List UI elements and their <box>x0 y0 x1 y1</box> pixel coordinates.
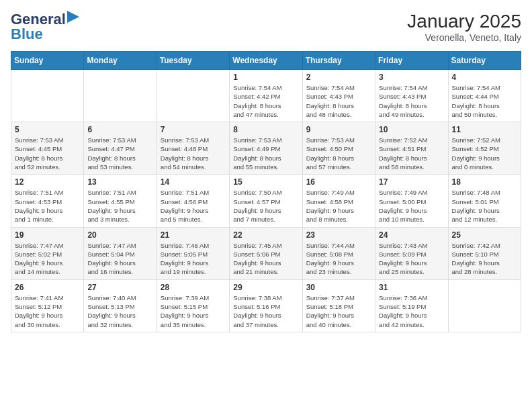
calendar-cell: 31Sunrise: 7:36 AM Sunset: 5:19 PM Dayli… <box>375 279 448 332</box>
calendar-cell: 26Sunrise: 7:41 AM Sunset: 5:12 PM Dayli… <box>11 279 84 332</box>
calendar-cell: 1Sunrise: 7:54 AM Sunset: 4:42 PM Daylig… <box>230 70 302 122</box>
day-info: Sunrise: 7:49 AM Sunset: 4:58 PM Dayligh… <box>306 188 371 224</box>
day-info: Sunrise: 7:54 AM Sunset: 4:43 PM Dayligh… <box>306 83 371 119</box>
calendar-cell: 3Sunrise: 7:54 AM Sunset: 4:43 PM Daylig… <box>375 70 448 122</box>
calendar-cell <box>11 70 84 122</box>
day-info: Sunrise: 7:45 AM Sunset: 5:06 PM Dayligh… <box>233 241 298 277</box>
day-number: 18 <box>452 177 517 187</box>
svg-marker-0 <box>67 11 79 23</box>
weekday-header-row: SundayMondayTuesdayWednesdayThursdayFrid… <box>11 52 521 70</box>
day-number: 28 <box>161 283 226 292</box>
day-info: Sunrise: 7:53 AM Sunset: 4:48 PM Dayligh… <box>161 136 226 171</box>
day-number: 30 <box>306 283 371 292</box>
weekday-header-friday: Friday <box>375 52 448 70</box>
day-number: 27 <box>87 283 152 292</box>
day-info: Sunrise: 7:38 AM Sunset: 5:16 PM Dayligh… <box>233 293 298 329</box>
calendar-week-1: 1Sunrise: 7:54 AM Sunset: 4:42 PM Daylig… <box>11 70 521 122</box>
calendar-cell: 20Sunrise: 7:47 AM Sunset: 5:04 PM Dayli… <box>84 227 157 279</box>
calendar-cell: 21Sunrise: 7:46 AM Sunset: 5:05 PM Dayli… <box>157 227 229 279</box>
calendar-cell: 19Sunrise: 7:47 AM Sunset: 5:02 PM Dayli… <box>11 227 84 279</box>
weekday-header-saturday: Saturday <box>448 52 521 70</box>
day-number: 3 <box>379 73 444 82</box>
calendar-week-5: 26Sunrise: 7:41 AM Sunset: 5:12 PM Dayli… <box>11 279 521 332</box>
day-number: 29 <box>233 283 298 292</box>
day-info: Sunrise: 7:54 AM Sunset: 4:43 PM Dayligh… <box>379 83 444 119</box>
day-number: 7 <box>161 125 226 134</box>
day-info: Sunrise: 7:51 AM Sunset: 4:55 PM Dayligh… <box>87 188 152 224</box>
day-info: Sunrise: 7:52 AM Sunset: 4:52 PM Dayligh… <box>452 136 517 171</box>
calendar-cell: 24Sunrise: 7:43 AM Sunset: 5:09 PM Dayli… <box>375 227 448 279</box>
calendar-cell: 12Sunrise: 7:51 AM Sunset: 4:53 PM Dayli… <box>11 175 84 227</box>
day-number: 11 <box>452 125 517 134</box>
day-info: Sunrise: 7:49 AM Sunset: 5:00 PM Dayligh… <box>379 188 444 224</box>
weekday-header-monday: Monday <box>84 52 157 70</box>
day-info: Sunrise: 7:47 AM Sunset: 5:02 PM Dayligh… <box>15 241 80 277</box>
day-info: Sunrise: 7:44 AM Sunset: 5:08 PM Dayligh… <box>306 241 371 277</box>
day-number: 8 <box>233 125 298 134</box>
calendar-cell: 23Sunrise: 7:44 AM Sunset: 5:08 PM Dayli… <box>302 227 375 279</box>
calendar-cell <box>448 279 521 332</box>
day-number: 23 <box>306 230 371 240</box>
day-number: 6 <box>87 125 152 134</box>
day-info: Sunrise: 7:41 AM Sunset: 5:12 PM Dayligh… <box>15 293 80 329</box>
calendar-table: SundayMondayTuesdayWednesdayThursdayFrid… <box>11 51 521 332</box>
calendar-week-4: 19Sunrise: 7:47 AM Sunset: 5:02 PM Dayli… <box>11 227 521 279</box>
day-info: Sunrise: 7:40 AM Sunset: 5:13 PM Dayligh… <box>87 293 152 329</box>
weekday-header-thursday: Thursday <box>302 52 375 70</box>
day-number: 19 <box>15 230 80 240</box>
title-block: January 2025 Veronella, Veneto, Italy <box>407 11 521 43</box>
weekday-header-wednesday: Wednesday <box>230 52 302 70</box>
page-header: General Blue January 2025 Veronella, Ven… <box>11 11 521 43</box>
calendar-cell: 16Sunrise: 7:49 AM Sunset: 4:58 PM Dayli… <box>302 175 375 227</box>
day-info: Sunrise: 7:53 AM Sunset: 4:45 PM Dayligh… <box>15 136 80 171</box>
day-number: 16 <box>306 177 371 187</box>
calendar-cell: 29Sunrise: 7:38 AM Sunset: 5:16 PM Dayli… <box>230 279 302 332</box>
day-info: Sunrise: 7:36 AM Sunset: 5:19 PM Dayligh… <box>379 293 444 329</box>
calendar-cell: 27Sunrise: 7:40 AM Sunset: 5:13 PM Dayli… <box>84 279 157 332</box>
day-info: Sunrise: 7:43 AM Sunset: 5:09 PM Dayligh… <box>379 241 444 277</box>
day-info: Sunrise: 7:53 AM Sunset: 4:49 PM Dayligh… <box>233 136 298 171</box>
calendar-cell: 17Sunrise: 7:49 AM Sunset: 5:00 PM Dayli… <box>375 175 448 227</box>
day-info: Sunrise: 7:42 AM Sunset: 5:10 PM Dayligh… <box>452 241 517 277</box>
day-number: 14 <box>161 177 226 187</box>
day-info: Sunrise: 7:46 AM Sunset: 5:05 PM Dayligh… <box>161 241 226 277</box>
day-info: Sunrise: 7:54 AM Sunset: 4:42 PM Dayligh… <box>233 83 298 119</box>
day-number: 13 <box>87 177 152 187</box>
day-number: 9 <box>306 125 371 134</box>
day-number: 12 <box>15 177 80 187</box>
weekday-header-sunday: Sunday <box>11 52 84 70</box>
calendar-cell: 15Sunrise: 7:50 AM Sunset: 4:57 PM Dayli… <box>230 175 302 227</box>
calendar-cell: 25Sunrise: 7:42 AM Sunset: 5:10 PM Dayli… <box>448 227 521 279</box>
day-info: Sunrise: 7:48 AM Sunset: 5:01 PM Dayligh… <box>452 188 517 224</box>
calendar-cell: 22Sunrise: 7:45 AM Sunset: 5:06 PM Dayli… <box>230 227 302 279</box>
logo-arrow-icon <box>67 11 79 23</box>
day-info: Sunrise: 7:51 AM Sunset: 4:53 PM Dayligh… <box>15 188 80 224</box>
day-info: Sunrise: 7:51 AM Sunset: 4:56 PM Dayligh… <box>161 188 226 224</box>
calendar-cell: 7Sunrise: 7:53 AM Sunset: 4:48 PM Daylig… <box>157 122 229 175</box>
day-number: 21 <box>161 230 226 240</box>
calendar-week-2: 5Sunrise: 7:53 AM Sunset: 4:45 PM Daylig… <box>11 122 521 175</box>
page-title: January 2025 <box>407 11 521 32</box>
logo-blue: Blue <box>11 26 43 43</box>
calendar-cell: 13Sunrise: 7:51 AM Sunset: 4:55 PM Dayli… <box>84 175 157 227</box>
page-subtitle: Veronella, Veneto, Italy <box>407 32 521 43</box>
day-number: 25 <box>452 230 517 240</box>
day-number: 5 <box>15 125 80 134</box>
day-number: 15 <box>233 177 298 187</box>
day-number: 20 <box>87 230 152 240</box>
day-info: Sunrise: 7:54 AM Sunset: 4:44 PM Dayligh… <box>452 83 517 119</box>
day-number: 31 <box>379 283 444 292</box>
day-number: 10 <box>379 125 444 134</box>
logo: General Blue <box>11 11 79 43</box>
day-number: 4 <box>452 73 517 82</box>
day-info: Sunrise: 7:39 AM Sunset: 5:15 PM Dayligh… <box>161 293 226 329</box>
calendar-cell: 9Sunrise: 7:53 AM Sunset: 4:50 PM Daylig… <box>302 122 375 175</box>
calendar-week-3: 12Sunrise: 7:51 AM Sunset: 4:53 PM Dayli… <box>11 175 521 227</box>
day-number: 24 <box>379 230 444 240</box>
calendar-cell: 18Sunrise: 7:48 AM Sunset: 5:01 PM Dayli… <box>448 175 521 227</box>
day-info: Sunrise: 7:53 AM Sunset: 4:50 PM Dayligh… <box>306 136 371 171</box>
day-info: Sunrise: 7:37 AM Sunset: 5:18 PM Dayligh… <box>306 293 371 329</box>
day-info: Sunrise: 7:47 AM Sunset: 5:04 PM Dayligh… <box>87 241 152 277</box>
day-info: Sunrise: 7:50 AM Sunset: 4:57 PM Dayligh… <box>233 188 298 224</box>
weekday-header-tuesday: Tuesday <box>157 52 229 70</box>
